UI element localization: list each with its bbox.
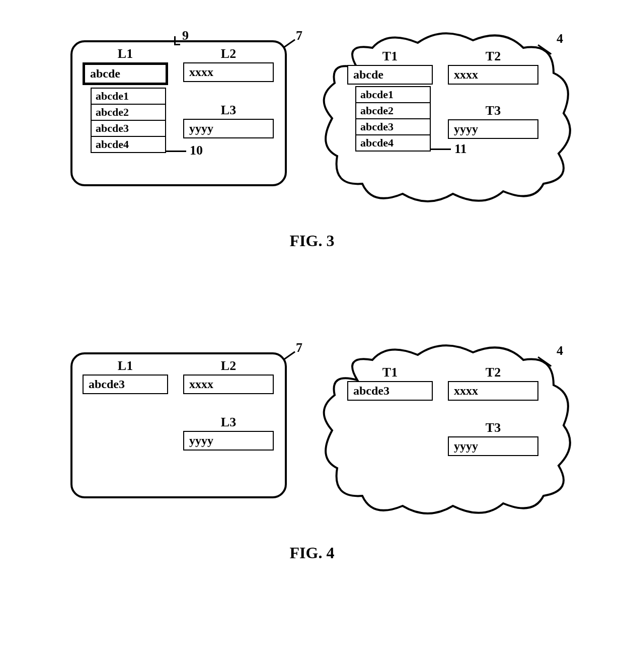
field-l3-group-f4: L3 yyyy xyxy=(183,415,274,451)
field-l1-group-f4: L1 abcde3 xyxy=(83,358,168,394)
caption-fig3: FIG. 3 xyxy=(0,232,624,250)
tick-9 xyxy=(174,36,180,45)
field-l3-group: L3 yyyy xyxy=(183,103,274,138)
cloud-fig4: T1 abcde3 T2 xxxx T3 yyyy xyxy=(317,340,574,516)
dropdown-item[interactable]: abcde3 xyxy=(355,119,431,135)
field-l2-label-f4: L2 xyxy=(183,358,274,374)
field-t3-group-f4: T3 yyyy xyxy=(448,420,538,456)
field-t2-label-f4: T2 xyxy=(448,365,538,380)
field-t1-label-f4: T1 xyxy=(347,365,433,380)
ref-11: 11 xyxy=(454,141,467,157)
field-l1-input-f4[interactable]: abcde3 xyxy=(83,375,168,394)
device-box-fig4: L1 abcde3 L2 xxxx L3 yyyy xyxy=(70,352,287,498)
dropdown-item[interactable]: abcde3 xyxy=(91,121,166,137)
leader-10 xyxy=(166,151,186,152)
dropdown-cloud-fig3: abcde1 abcde2 abcde3 abcde4 xyxy=(355,86,431,152)
field-t3-input[interactable]: yyyy xyxy=(448,119,538,139)
figure-3-content: L1 abcde L2 xxxx L3 yyyy abcde1 abcde2 xyxy=(55,30,569,211)
tick-4 xyxy=(538,44,554,59)
field-t1-group-f4: T1 abcde3 xyxy=(347,365,433,401)
field-t1-label: T1 xyxy=(347,49,433,64)
dropdown-item[interactable]: abcde4 xyxy=(355,135,431,152)
figure-4: L1 abcde3 L2 xxxx L3 yyyy 7 xyxy=(0,342,624,562)
page: L1 abcde L2 xxxx L3 yyyy abcde1 abcde2 xyxy=(0,0,624,672)
field-t2-group: T2 xxxx xyxy=(448,49,538,85)
dropdown-device-fig3: abcde1 abcde2 abcde3 abcde4 xyxy=(91,88,166,153)
leader-11 xyxy=(431,148,451,150)
field-l2-group: L2 xxxx xyxy=(183,46,274,82)
figure-3: L1 abcde L2 xxxx L3 yyyy abcde1 abcde2 xyxy=(0,30,624,250)
field-l1-label-f4: L1 xyxy=(83,358,168,374)
field-l3-label: L3 xyxy=(183,103,274,118)
ref-7-f4: 7 xyxy=(296,340,302,355)
caption-fig4: FIG. 4 xyxy=(0,544,624,562)
ref-10: 10 xyxy=(190,143,203,158)
field-t3-label-f4: T3 xyxy=(448,420,538,435)
tick-4-f4 xyxy=(538,356,554,371)
field-l2-label: L2 xyxy=(183,46,274,61)
field-t1-input[interactable]: abcde xyxy=(347,65,433,85)
dropdown-item[interactable]: abcde1 xyxy=(355,86,431,103)
field-t2-input[interactable]: xxxx xyxy=(448,65,538,85)
field-t3-input-f4[interactable]: yyyy xyxy=(448,436,538,456)
field-l2-input-f4[interactable]: xxxx xyxy=(183,375,274,394)
ref-4-f4: 4 xyxy=(557,343,563,358)
cloud-inner-fig4: T1 abcde3 T2 xxxx T3 yyyy xyxy=(317,340,574,516)
dropdown-item[interactable]: abcde4 xyxy=(91,137,166,153)
field-l3-input-f4[interactable]: yyyy xyxy=(183,431,274,451)
field-t1-group: T1 abcde xyxy=(347,49,433,85)
field-t2-input-f4[interactable]: xxxx xyxy=(448,381,538,401)
figure-4-content: L1 abcde3 L2 xxxx L3 yyyy 7 xyxy=(55,342,569,524)
dropdown-item[interactable]: abcde2 xyxy=(91,105,166,121)
field-t2-label: T2 xyxy=(448,49,538,64)
field-t1-input-f4[interactable]: abcde3 xyxy=(347,381,433,401)
field-l3-label-f4: L3 xyxy=(183,415,274,430)
device-box-fig3: L1 abcde L2 xxxx L3 yyyy abcde1 abcde2 xyxy=(70,40,287,186)
dropdown-item[interactable]: abcde1 xyxy=(91,88,166,105)
field-l1-label: L1 xyxy=(83,46,168,61)
field-l2-input[interactable]: xxxx xyxy=(183,62,274,82)
field-l1-input[interactable]: abcde xyxy=(83,62,168,85)
ref-7: 7 xyxy=(296,28,302,43)
field-l2-group-f4: L2 xxxx xyxy=(183,358,274,394)
field-t2-group-f4: T2 xxxx xyxy=(448,365,538,401)
field-t3-group: T3 yyyy xyxy=(448,103,538,139)
field-l3-input[interactable]: yyyy xyxy=(183,119,274,138)
field-t3-label: T3 xyxy=(448,103,538,118)
ref-9: 9 xyxy=(182,28,189,43)
field-l1-group: L1 abcde xyxy=(83,46,168,85)
cloud-inner-fig3: T1 abcde T2 xxxx T3 yyyy abcd xyxy=(317,28,574,204)
dropdown-item[interactable]: abcde2 xyxy=(355,103,431,119)
ref-4: 4 xyxy=(557,31,563,46)
cloud-fig3: T1 abcde T2 xxxx T3 yyyy abcd xyxy=(317,28,574,204)
